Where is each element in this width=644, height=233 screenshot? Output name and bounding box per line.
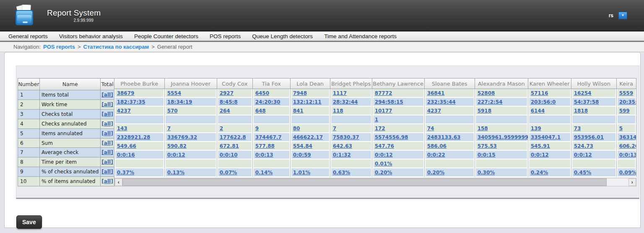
cell-value-link[interactable]: 264: [220, 108, 230, 114]
cell-value-link[interactable]: 2927: [220, 90, 234, 96]
cell-value-link[interactable]: 0.20%: [427, 170, 445, 175]
cell-value-link[interactable]: 7948: [293, 90, 307, 96]
cell-value-link[interactable]: 599: [619, 108, 630, 114]
cell-value-link[interactable]: 182:37:35: [117, 99, 145, 105]
cell-value-link[interactable]: 36841: [427, 90, 445, 96]
cell-value-link[interactable]: 139: [531, 126, 541, 131]
cell-value-link[interactable]: 5554: [167, 90, 181, 96]
cell-value-link[interactable]: 158: [478, 126, 488, 131]
cell-value-link[interactable]: 0.20%: [375, 170, 392, 175]
cell-value-link[interactable]: 8:45:8: [220, 99, 238, 105]
cell-value-link[interactable]: 4237: [117, 108, 131, 114]
cell-value-link[interactable]: 374467.7: [255, 134, 282, 140]
cell-value-link[interactable]: 232:35:44: [427, 99, 456, 105]
cell-value-link[interactable]: 5559: [619, 90, 633, 96]
scroll-right-button[interactable]: ›: [628, 178, 636, 186]
cell-value-link[interactable]: 1818: [574, 108, 588, 114]
cell-value-link[interactable]: 0.01%: [375, 161, 392, 167]
menu-item-queue-length-detectors[interactable]: Queue Length detectors: [252, 33, 313, 39]
cell-value-link[interactable]: 80: [293, 126, 300, 131]
cell-value-link[interactable]: 0:0:13: [255, 152, 273, 158]
cell-value-link[interactable]: 577.88: [255, 143, 275, 149]
cell-value-link[interactable]: 5: [619, 126, 623, 131]
cell-value-link[interactable]: 466622.17: [293, 134, 323, 140]
cell-value-link[interactable]: 172: [375, 126, 385, 131]
menu-item-pos-reports[interactable]: POS reports: [210, 33, 241, 39]
cell-value-link[interactable]: 1.01%: [293, 170, 311, 175]
cell-value-link[interactable]: 6450: [255, 90, 269, 96]
cell-value-link[interactable]: 132:12:11: [293, 99, 322, 105]
breadcrumb-link-pos-reports[interactable]: POS reports: [43, 44, 75, 50]
scrollbar-thumb[interactable]: [122, 178, 607, 186]
cell-value-link[interactable]: 0.09%: [619, 170, 636, 175]
cell-value-link[interactable]: 5574556.98: [375, 134, 408, 140]
total-all-link[interactable]: [all]: [101, 102, 113, 107]
cell-value-link[interactable]: 590.82: [167, 143, 187, 149]
total-all-link[interactable]: [all]: [101, 169, 113, 175]
horizontal-scrollbar[interactable]: ‹ ›: [114, 178, 636, 186]
cell-value-link[interactable]: 87772: [375, 90, 392, 96]
cell-value-link[interactable]: 648: [255, 108, 266, 114]
cell-value-link[interactable]: 28:32:44: [333, 99, 358, 105]
cell-value-link[interactable]: 24:20:30: [255, 99, 280, 105]
cell-value-link[interactable]: 2328921.28: [117, 134, 151, 140]
cell-value-link[interactable]: 0:1:32: [333, 152, 351, 158]
cell-value-link[interactable]: 5918: [478, 108, 491, 114]
cell-value-link[interactable]: 227:2:54: [478, 99, 503, 105]
save-button[interactable]: Save: [16, 215, 42, 229]
cell-value-link[interactable]: 642.63: [333, 143, 352, 149]
cell-value-link[interactable]: 0.13%: [167, 170, 185, 175]
total-all-link[interactable]: [all]: [101, 131, 113, 136]
total-all-link[interactable]: [all]: [101, 92, 113, 98]
total-all-link[interactable]: [all]: [101, 140, 113, 146]
total-all-link[interactable]: [all]: [101, 178, 113, 184]
cell-value-link[interactable]: 3354047.1: [531, 134, 561, 140]
cell-value-link[interactable]: 74: [427, 126, 434, 131]
cell-value-link[interactable]: 18:34:19: [167, 99, 192, 105]
cell-value-link[interactable]: 20:35:2: [619, 99, 636, 105]
cell-value-link[interactable]: 177622.8: [220, 134, 246, 140]
cell-value-link[interactable]: 586.06: [427, 143, 447, 149]
user-menu-dropdown-button[interactable]: ▼: [618, 12, 627, 19]
cell-value-link[interactable]: 6144: [531, 108, 545, 114]
cell-value-link[interactable]: 10177: [375, 108, 392, 114]
cell-value-link[interactable]: 953956.01: [574, 134, 604, 140]
cell-value-link[interactable]: 143: [117, 126, 127, 131]
cell-value-link[interactable]: 0:0:12: [167, 152, 185, 158]
cell-value-link[interactable]: 0:0:12: [574, 152, 592, 158]
breadcrumb-link-cashier-statistics[interactable]: Статистика по кассирам: [83, 44, 149, 50]
menu-item-general-reports[interactable]: General reports: [8, 33, 48, 39]
cell-value-link[interactable]: 38679: [117, 90, 135, 96]
cell-value-link[interactable]: 0:0:16: [117, 152, 135, 158]
cell-value-link[interactable]: 118: [333, 108, 343, 114]
cell-value-link[interactable]: 336769.32: [167, 134, 197, 140]
cell-value-link[interactable]: 570: [167, 108, 178, 114]
total-all-link[interactable]: [all]: [101, 111, 113, 117]
cell-value-link[interactable]: 841: [293, 108, 304, 114]
cell-value-link[interactable]: 0.63%: [333, 170, 351, 175]
cell-value-link[interactable]: 0:0:22: [427, 152, 445, 158]
total-all-link[interactable]: [all]: [101, 159, 113, 165]
menu-item-time-attendance-reports[interactable]: Time and Attendance reports: [324, 33, 397, 39]
cell-value-link[interactable]: 575.53: [478, 143, 497, 149]
cell-value-link[interactable]: 4237: [427, 108, 441, 114]
cell-value-link[interactable]: 0:0:59: [293, 152, 311, 158]
cell-value-link[interactable]: 672.81: [220, 143, 239, 149]
cell-value-link[interactable]: 554.84: [293, 143, 312, 149]
cell-value-link[interactable]: 547.76: [375, 143, 394, 149]
cell-value-link[interactable]: 0:0:10: [220, 152, 238, 158]
cell-value-link[interactable]: 0:0:15: [478, 152, 496, 158]
cell-value-link[interactable]: 606.26: [619, 143, 636, 149]
cell-value-link[interactable]: 0:0:12: [531, 152, 549, 158]
cell-value-link[interactable]: 203:56:0: [531, 99, 556, 105]
cell-value-link[interactable]: 0.07%: [220, 170, 237, 175]
cell-value-link[interactable]: 73: [574, 126, 581, 131]
cell-value-link[interactable]: 9: [255, 126, 259, 131]
cell-value-link[interactable]: 0:0:13: [619, 152, 636, 158]
cell-value-link[interactable]: 524.73: [574, 143, 593, 149]
cell-value-link[interactable]: 54:37:58: [574, 99, 599, 105]
cell-value-link[interactable]: 2: [220, 126, 223, 131]
menu-item-people-counter-detectors[interactable]: People Counter detectors: [134, 33, 198, 39]
cell-value-link[interactable]: 16254: [574, 90, 592, 96]
cell-value-link[interactable]: 294:58:15: [375, 99, 403, 105]
